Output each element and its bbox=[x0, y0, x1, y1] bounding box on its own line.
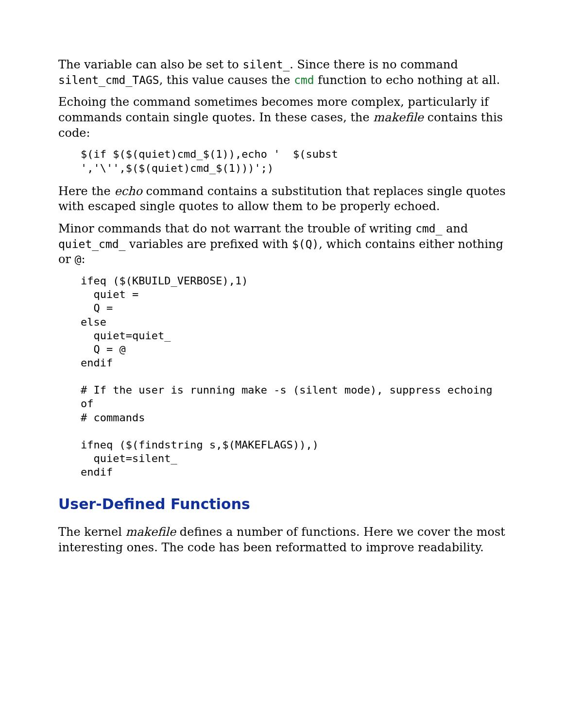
text-run: , this value causes the bbox=[159, 73, 294, 87]
paragraph-echo-substitution: Here the echo command contains a substit… bbox=[58, 184, 510, 215]
keyword-cmd: cmd bbox=[294, 74, 314, 86]
text-run: : bbox=[81, 252, 85, 266]
text-run: The variable can also be set to bbox=[58, 58, 242, 71]
code-block-subst: $(if $($(quiet)cmd_$(1)),echo ' $(subst … bbox=[81, 148, 510, 175]
paragraph-kernel-makefile-functions: The kernel makefile defines a number of … bbox=[58, 525, 510, 555]
inline-code: silent_cmd_TAGS bbox=[58, 74, 159, 86]
text-run: Here the bbox=[58, 184, 114, 198]
italic-makefile: makefile bbox=[125, 525, 176, 539]
code-block-kbuild: ifeq ($(KBUILD_VERBOSE),1) quiet = Q = e… bbox=[81, 274, 510, 479]
text-run: variables are prefixed with bbox=[125, 237, 291, 251]
italic-echo: echo bbox=[114, 184, 142, 198]
heading-user-defined-functions: User-Defined Functions bbox=[58, 495, 510, 514]
inline-code: quiet_cmd_ bbox=[58, 238, 125, 250]
text-run: Minor commands that do not warrant the t… bbox=[58, 222, 415, 235]
italic-makefile: makefile bbox=[373, 111, 424, 124]
paragraph-echo-complex: Echoing the command sometimes becomes mo… bbox=[58, 95, 510, 141]
paragraph-silent-variable: The variable can also be set to silent_.… bbox=[58, 57, 510, 88]
text-run: and bbox=[443, 222, 468, 235]
text-run: . Since there is no command bbox=[290, 58, 458, 71]
text-run: The kernel bbox=[58, 525, 125, 539]
paragraph-minor-commands: Minor commands that do not warrant the t… bbox=[58, 221, 510, 267]
text-run: function to echo nothing at all. bbox=[314, 73, 500, 87]
inline-code: $(Q) bbox=[292, 238, 319, 250]
inline-code: cmd_ bbox=[415, 222, 442, 235]
inline-code: silent_ bbox=[242, 58, 290, 71]
inline-code: @ bbox=[75, 253, 82, 265]
